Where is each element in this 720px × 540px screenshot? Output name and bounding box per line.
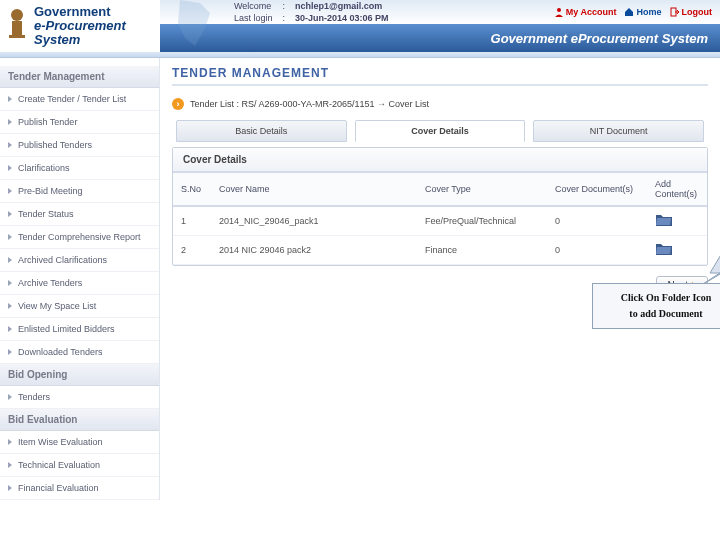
- breadcrumb-icon: ›: [172, 98, 184, 110]
- sidebar-item[interactable]: Tender Comprehensive Report: [0, 226, 159, 249]
- cell-name: 2014 NIC 29046 pack2: [211, 236, 417, 265]
- sidebar-item-label: Tender Status: [18, 209, 74, 219]
- sidebar-item[interactable]: Enlisted Limited Bidders: [0, 318, 159, 341]
- sidebar-item[interactable]: Clarifications: [0, 157, 159, 180]
- cell-type: Finance: [417, 236, 547, 265]
- cell-sno: 1: [173, 206, 211, 236]
- chevron-right-icon: [8, 462, 12, 468]
- sidebar-item[interactable]: Published Tenders: [0, 134, 159, 157]
- table-row: 22014 NIC 29046 pack2Finance0: [173, 236, 707, 265]
- col-docs: Cover Document(s): [547, 173, 647, 206]
- top-links: My Account Home Logout: [554, 7, 712, 17]
- sidebar-item-label: Enlisted Limited Bidders: [18, 324, 115, 334]
- sidebar-item[interactable]: Item Wise Evaluation: [0, 431, 159, 454]
- chevron-right-icon: [8, 326, 12, 332]
- chevron-right-icon: [8, 280, 12, 286]
- svg-rect-2: [9, 35, 25, 38]
- svg-point-3: [557, 8, 561, 12]
- cover-details-panel: Cover Details S.No Cover Name Cover Type…: [172, 147, 708, 266]
- emblem-icon: [4, 7, 30, 45]
- chevron-right-icon: [8, 349, 12, 355]
- cell-type: Fee/PreQual/Technical: [417, 206, 547, 236]
- header: Government e-Procurement System Welcome:…: [0, 0, 720, 52]
- instruction-callout: Click On Folder Icon to add Document: [592, 283, 720, 329]
- sidebar-item-label: Technical Evaluation: [18, 460, 100, 470]
- logo-box: Government e-Procurement System: [0, 0, 160, 52]
- table-row: 12014_NIC_29046_pack1Fee/PreQual/Technic…: [173, 206, 707, 236]
- svg-point-0: [11, 9, 23, 21]
- sidebar-item[interactable]: View My Space List: [0, 295, 159, 318]
- panel-header: Cover Details: [173, 148, 707, 173]
- home-link[interactable]: Home: [624, 7, 661, 17]
- sidebar-item-label: Pre-Bid Meeting: [18, 186, 83, 196]
- sidebar: Tender ManagementCreate Tender / Tender …: [0, 58, 160, 500]
- user-icon: [554, 7, 564, 17]
- chevron-right-icon: [8, 119, 12, 125]
- chevron-right-icon: [8, 165, 12, 171]
- chevron-right-icon: [8, 188, 12, 194]
- sidebar-item[interactable]: Publish Tender: [0, 111, 159, 134]
- logout-link[interactable]: Logout: [670, 7, 713, 17]
- chevron-right-icon: [8, 257, 12, 263]
- cell-name: 2014_NIC_29046_pack1: [211, 206, 417, 236]
- page-title: TENDER MANAGEMENT: [172, 58, 708, 84]
- sidebar-item[interactable]: Archived Clarifications: [0, 249, 159, 272]
- my-account-link[interactable]: My Account: [554, 7, 617, 17]
- cell-sno: 2: [173, 236, 211, 265]
- folder-icon[interactable]: [655, 242, 673, 256]
- tab-nit-document[interactable]: NIT Document: [533, 120, 704, 142]
- banner: Government eProcurement System: [160, 24, 720, 52]
- chevron-right-icon: [8, 142, 12, 148]
- svg-rect-1: [12, 21, 22, 35]
- map-icon: [160, 0, 230, 50]
- top-row: Welcome:nchlep1@gmail.com Last login:30-…: [160, 0, 720, 24]
- sidebar-item-label: Item Wise Evaluation: [18, 437, 103, 447]
- sidebar-item[interactable]: Tenders: [0, 386, 159, 409]
- sidebar-item-label: View My Space List: [18, 301, 96, 311]
- sidebar-section: Bid Evaluation: [0, 409, 159, 431]
- cell-docs: 0: [547, 236, 647, 265]
- sidebar-item-label: Downloaded Tenders: [18, 347, 102, 357]
- sidebar-item[interactable]: Tender Status: [0, 203, 159, 226]
- home-icon: [624, 7, 634, 17]
- tabs: Basic Details Cover Details NIT Document: [172, 120, 708, 142]
- brand-text: Government e-Procurement System: [34, 5, 126, 48]
- welcome-block: Welcome:nchlep1@gmail.com Last login:30-…: [228, 0, 395, 25]
- chevron-right-icon: [8, 485, 12, 491]
- sidebar-item-label: Financial Evaluation: [18, 483, 99, 493]
- chevron-right-icon: [8, 394, 12, 400]
- breadcrumb: › Tender List : RS/ A269-000-YA-MR-2065/…: [172, 98, 708, 110]
- sidebar-item-label: Publish Tender: [18, 117, 77, 127]
- chevron-right-icon: [8, 96, 12, 102]
- content: TENDER MANAGEMENT › Tender List : RS/ A2…: [160, 58, 720, 500]
- sidebar-item[interactable]: Financial Evaluation: [0, 477, 159, 500]
- chevron-right-icon: [8, 211, 12, 217]
- tab-cover-details[interactable]: Cover Details: [355, 120, 526, 142]
- logout-icon: [670, 7, 680, 17]
- sidebar-item-label: Clarifications: [18, 163, 70, 173]
- chevron-right-icon: [8, 303, 12, 309]
- folder-icon[interactable]: [655, 213, 673, 227]
- chevron-right-icon: [8, 234, 12, 240]
- sidebar-item[interactable]: Pre-Bid Meeting: [0, 180, 159, 203]
- sidebar-item-label: Tender Comprehensive Report: [18, 232, 141, 242]
- title-underline: [172, 84, 708, 86]
- sidebar-item-label: Archived Clarifications: [18, 255, 107, 265]
- col-sno: S.No: [173, 173, 211, 206]
- col-name: Cover Name: [211, 173, 417, 206]
- sidebar-item[interactable]: Downloaded Tenders: [0, 341, 159, 364]
- chevron-right-icon: [8, 439, 12, 445]
- sidebar-item[interactable]: Technical Evaluation: [0, 454, 159, 477]
- cover-table: S.No Cover Name Cover Type Cover Documen…: [173, 173, 707, 265]
- sidebar-item[interactable]: Create Tender / Tender List: [0, 88, 159, 111]
- callout-pointer-icon: [690, 218, 720, 288]
- tab-basic-details[interactable]: Basic Details: [176, 120, 347, 142]
- col-add: Add Content(s): [647, 173, 707, 206]
- svg-marker-5: [700, 223, 720, 286]
- sidebar-item-label: Create Tender / Tender List: [18, 94, 126, 104]
- sidebar-section: Tender Management: [0, 66, 159, 88]
- cell-docs: 0: [547, 206, 647, 236]
- sidebar-item[interactable]: Archive Tenders: [0, 272, 159, 295]
- col-type: Cover Type: [417, 173, 547, 206]
- sidebar-section: Bid Opening: [0, 364, 159, 386]
